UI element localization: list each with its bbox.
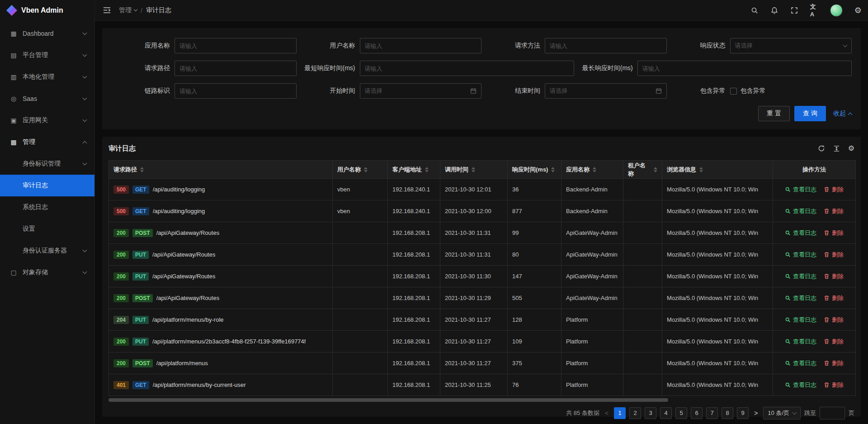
- view-log-button[interactable]: 查看日志: [785, 294, 816, 302]
- page-button-7[interactable]: 7: [706, 407, 718, 419]
- search-button[interactable]: 查 询: [794, 106, 826, 121]
- view-log-button[interactable]: 查看日志: [785, 316, 816, 324]
- delete-button[interactable]: 删除: [824, 207, 844, 215]
- max-response-ms-input[interactable]: [637, 61, 852, 76]
- delete-button[interactable]: 删除: [824, 338, 844, 346]
- user-avatar[interactable]: [830, 4, 843, 17]
- page-button-4[interactable]: 4: [660, 407, 672, 419]
- logo[interactable]: Vben Admin: [0, 0, 94, 21]
- page-button-9[interactable]: 9: [737, 407, 749, 419]
- sort-control[interactable]: [654, 167, 657, 172]
- scrollbar-thumb[interactable]: [108, 398, 668, 402]
- sidebar-item-settings[interactable]: 设置: [0, 218, 94, 240]
- has-exception-checkbox[interactable]: [730, 88, 737, 95]
- view-log-button[interactable]: 查看日志: [785, 207, 816, 215]
- delete-button[interactable]: 删除: [824, 272, 844, 281]
- column-header-app[interactable]: 应用名称: [561, 161, 623, 179]
- page-button-8[interactable]: 8: [722, 407, 733, 419]
- sort-control[interactable]: [140, 167, 144, 172]
- page-button-2[interactable]: 2: [629, 407, 641, 419]
- row-height-icon[interactable]: [833, 145, 840, 152]
- fullscreen-icon[interactable]: [790, 6, 798, 14]
- delete-button[interactable]: 删除: [824, 359, 844, 367]
- cell-user: [333, 222, 388, 244]
- response-status-select[interactable]: 请选择: [730, 38, 852, 53]
- delete-button[interactable]: 删除: [824, 381, 844, 389]
- view-log-button[interactable]: 查看日志: [785, 381, 816, 389]
- request-path-input[interactable]: [175, 61, 297, 76]
- prev-page-button[interactable]: <: [603, 410, 610, 417]
- end-time-datepicker[interactable]: 请选择: [545, 83, 667, 99]
- delete-button[interactable]: 删除: [824, 229, 844, 237]
- view-log-button[interactable]: 查看日志: [785, 251, 816, 259]
- view-log-button[interactable]: 查看日志: [785, 338, 816, 346]
- sort-control[interactable]: [551, 167, 555, 172]
- user-name-input[interactable]: [360, 38, 482, 53]
- http-method-input[interactable]: [545, 38, 667, 53]
- start-time-datepicker[interactable]: 请选择: [360, 83, 482, 99]
- sidebar-item-localization[interactable]: ▥本地化管理: [0, 66, 94, 88]
- min-response-ms-input[interactable]: [360, 61, 574, 76]
- cell-app: ApiGateWay-Admin: [561, 287, 623, 309]
- column-header-ms[interactable]: 响应时间(ms): [508, 161, 561, 179]
- sidebar-item-platform[interactable]: ▤平台管理: [0, 44, 94, 66]
- view-log-button[interactable]: 查看日志: [785, 359, 816, 367]
- menu-fold-icon[interactable]: [103, 7, 111, 14]
- method-badge: GET: [132, 381, 149, 389]
- view-log-button[interactable]: 查看日志: [785, 186, 816, 194]
- notification-bell-icon[interactable]: [770, 6, 778, 14]
- sidebar-item-object-storage[interactable]: ▢对象存储: [0, 262, 94, 283]
- column-header-time[interactable]: 调用时间: [440, 161, 508, 179]
- collapse-link[interactable]: 收起: [833, 110, 852, 118]
- column-settings-icon[interactable]: ⚙: [848, 145, 854, 152]
- sort-control[interactable]: [593, 167, 596, 172]
- sort-control[interactable]: [472, 167, 475, 172]
- column-header-ip[interactable]: 客户端地址: [388, 161, 440, 179]
- sidebar-item-audit-log[interactable]: 审计日志: [0, 175, 94, 196]
- column-header-user[interactable]: 用户名称: [333, 161, 388, 179]
- next-page-button[interactable]: >: [752, 410, 760, 417]
- sidebar-item-app-gateway[interactable]: ▣应用网关: [0, 110, 94, 131]
- delete-button[interactable]: 删除: [824, 186, 844, 194]
- status-badge: 401: [113, 381, 129, 389]
- refresh-icon[interactable]: [818, 145, 825, 152]
- sort-control[interactable]: [364, 167, 368, 172]
- column-header-tenant[interactable]: 租户名称: [623, 161, 662, 179]
- app-name-input[interactable]: [175, 38, 297, 53]
- page-button-3[interactable]: 3: [645, 407, 656, 419]
- search-icon[interactable]: [750, 6, 759, 14]
- jump-page-input[interactable]: [820, 407, 845, 419]
- delete-label: 删除: [832, 338, 844, 346]
- sort-control[interactable]: [699, 167, 703, 172]
- page-size-select[interactable]: 10 条/页: [763, 407, 801, 419]
- magnifier-icon: [785, 317, 791, 323]
- sidebar-item-auth-server[interactable]: 身份认证服务器: [0, 240, 94, 262]
- localization-icon: ▥: [9, 73, 18, 81]
- column-header-browser[interactable]: 浏览器信息: [662, 161, 773, 179]
- delete-button[interactable]: 删除: [824, 316, 844, 324]
- sidebar-item-admin[interactable]: ▩管理: [0, 131, 94, 153]
- view-log-button[interactable]: 查看日志: [785, 272, 816, 281]
- sidebar-item-system-log[interactable]: 系统日志: [0, 196, 94, 218]
- trace-id-input[interactable]: [175, 83, 297, 99]
- breadcrumb-parent[interactable]: 管理: [119, 6, 137, 14]
- page-button-6[interactable]: 6: [691, 407, 703, 419]
- delete-button[interactable]: 删除: [824, 251, 844, 259]
- settings-gear-icon[interactable]: ⚙: [854, 6, 862, 14]
- cell-tenant: [623, 244, 662, 266]
- sidebar-item-saas[interactable]: ◎Saas: [0, 88, 94, 110]
- panel-title: 审计日志: [108, 144, 136, 153]
- field-trace-id: 链路标识: [111, 83, 297, 99]
- reset-button[interactable]: 重 置: [758, 106, 790, 121]
- sidebar-item-dashboard[interactable]: ▦Dashboard: [0, 23, 94, 44]
- horizontal-scrollbar[interactable]: [108, 398, 854, 402]
- sidebar-item-identity-management[interactable]: 身份标识管理: [0, 153, 94, 175]
- page-button-5[interactable]: 5: [675, 407, 687, 419]
- page-button-1[interactable]: 1: [614, 407, 626, 419]
- cell-tenant: [623, 353, 662, 374]
- delete-button[interactable]: 删除: [824, 294, 844, 302]
- view-log-button[interactable]: 查看日志: [785, 229, 816, 237]
- sort-control[interactable]: [425, 167, 429, 172]
- translate-icon[interactable]: 文A: [810, 6, 818, 14]
- column-header-path[interactable]: 请求路径: [109, 161, 333, 179]
